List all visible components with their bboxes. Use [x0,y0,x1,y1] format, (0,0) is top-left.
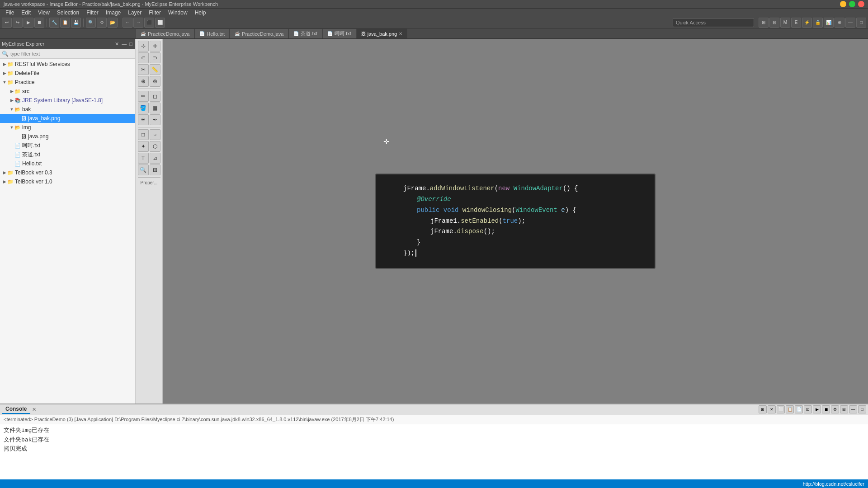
tree-item-telbook-03[interactable]: ▶ 📁 TelBook ver 0.3 [0,168,135,177]
menu-filter2[interactable]: Filter [145,9,165,17]
tool-move[interactable]: ✛ [150,41,160,52]
toolbar-view-btn-1[interactable]: ⊞ [759,18,769,28]
console-btn-5[interactable]: 📄 [795,405,803,413]
tool-zoom[interactable]: 🔍 [138,164,149,175]
tree-item-src[interactable]: ▶ 📁 src [0,87,135,96]
tool-lasso[interactable]: ⊂ [138,52,149,63]
tab-hello-txt[interactable]: 📄 Hello.txt [194,28,230,38]
tool-ellipse-shape[interactable]: ○ [150,129,160,140]
tool-path[interactable]: ⊿ [150,153,160,164]
console-btn-4[interactable]: 📋 [786,405,794,413]
tool-brush[interactable]: ✏ [138,91,149,102]
console-btn-8[interactable]: ⏹ [822,405,830,413]
tree-label: Hello.txt [22,160,42,167]
toolbar-view-btn-6[interactable]: 🔒 [813,18,823,28]
console-max[interactable]: □ [858,405,866,413]
console-btn-10[interactable]: ⊟ [840,405,848,413]
toolbar-view-btn-5[interactable]: ⚡ [802,18,812,28]
toolbar-view-btn-4[interactable]: E [791,18,801,28]
menu-view[interactable]: View [34,9,53,17]
console-tab[interactable]: Console [2,405,30,414]
menu-image[interactable]: Image [102,9,124,17]
menu-window[interactable]: Window [165,9,191,17]
tree-item-jre[interactable]: ▶ 📚 JRE System Library [JavaSE-1.8] [0,96,135,105]
tree-item-java-bak-png[interactable]: 🖼 java_bak.png [0,114,135,123]
tree-item-hehe-txt[interactable]: 📄 呵呵.txt [0,141,135,150]
console-close-icon[interactable]: ✕ [32,407,36,413]
tool-crop[interactable]: ✂ [138,64,149,75]
tree-item-img[interactable]: ▼ 📂 img [0,123,135,132]
tree-item-java-png[interactable]: 🖼 java.png [0,132,135,141]
console-btn-2[interactable]: ✕ [768,405,776,413]
toolbar-btn-8[interactable]: 🔍 [86,18,96,28]
tab-practicedemo-java-1[interactable]: ☕ PracticeDemo.java [136,28,194,38]
tab-java-bak-png[interactable]: 🖼 java_bak.png ✕ [356,28,407,38]
toolbar-maximize[interactable]: □ [856,18,866,28]
filter-input[interactable] [10,51,133,56]
toolbar-view-btn-3[interactable]: M [780,18,790,28]
tool-magic-wand[interactable]: ⊃ [150,52,160,63]
maximize-button[interactable] [849,1,855,7]
tool-rect-shape[interactable]: □ [138,129,149,140]
tool-paint[interactable]: 🪣 [138,103,149,113]
console-btn-1[interactable]: ⊞ [759,405,767,413]
tree-item-hello-txt[interactable]: 📄 Hello.txt [0,159,135,168]
tool-ruler[interactable]: 📏 [150,64,160,75]
tree-item-deletefile[interactable]: ▶ 📁 DeleteFile [0,69,135,78]
tool-heal[interactable]: ⊕ [138,76,149,87]
toolbar-btn-7[interactable]: 💾 [71,18,81,28]
sidebar-max-btn[interactable]: □ [128,41,133,47]
tool-select-rect[interactable]: ⊹ [138,41,149,52]
minimize-button[interactable] [840,1,846,7]
tree-item-telbook-10[interactable]: ▶ 📁 TelBook ver 1.0 [0,177,135,186]
tab-hehe-txt[interactable]: 📄 呵呵.txt [322,28,356,38]
toolbar-btn-10[interactable]: 📂 [108,18,118,28]
sidebar-close-btn[interactable]: ✕ [114,41,120,47]
toolbar-btn-4[interactable]: ⏹ [34,18,44,28]
tab-practicedemo-java-2[interactable]: ☕ PracticeDemo.java [230,28,288,38]
toolbar-btn-5[interactable]: 🔧 [49,18,59,28]
console-btn-9[interactable]: ⚙ [831,405,839,413]
menu-selection[interactable]: Selection [53,9,83,17]
sidebar-min-btn[interactable]: — [121,41,127,47]
toolbar-btn-13[interactable]: ⬛ [144,18,154,28]
console-min[interactable]: — [849,405,857,413]
tree-item-practice[interactable]: ▼ 📁 Practice [0,78,135,87]
menu-edit[interactable]: Edit [18,9,34,17]
menu-file[interactable]: File [2,9,18,17]
close-button[interactable] [858,1,864,7]
tool-pen[interactable]: ✒ [150,114,160,125]
toolbar-btn-11[interactable]: ← [123,18,132,28]
tool-gradient[interactable]: ▦ [150,103,160,113]
tab-chadao-txt[interactable]: 📄 茶道.txt [288,28,322,38]
toolbar-btn-6[interactable]: 📋 [60,18,70,28]
tree-item-restful[interactable]: ▶ 📁 RESTful Web Services [0,60,135,69]
tool-custom-shape[interactable]: ⬡ [150,141,160,152]
console-btn-7[interactable]: ▶ [813,405,821,413]
toolbar-minimize[interactable]: — [845,18,855,28]
menu-help[interactable]: Help [191,9,210,17]
toolbar-btn-3[interactable]: ▶ [24,18,33,28]
toolbar-view-btn-2[interactable]: ⊟ [769,18,779,28]
console-btn-6[interactable]: ⊡ [804,405,812,413]
menu-layer[interactable]: Layer [124,9,145,17]
tool-shape-star[interactable]: ✦ [138,141,149,152]
toolbar-btn-12[interactable]: → [133,18,143,28]
tool-hand[interactable]: ⊞ [150,164,160,175]
tool-eraser[interactable]: ◻ [150,91,160,102]
toolbar-view-btn-8[interactable]: ⊕ [835,18,844,28]
tool-text[interactable]: T [138,153,149,164]
toolbar-btn-9[interactable]: ⚙ [97,18,107,28]
console-toolbar: ⊞ ✕ ⬜ 📋 📄 ⊡ ▶ ⏹ ⚙ ⊟ — □ [759,405,866,413]
console-btn-3[interactable]: ⬜ [777,405,785,413]
tab-close-icon[interactable]: ✕ [399,31,402,36]
tree-item-bak[interactable]: ▼ 📂 bak [0,105,135,114]
tool-dodge[interactable]: ☀ [138,114,149,125]
tree-item-chadao-txt[interactable]: 📄 茶道.txt [0,150,135,159]
toolbar-btn-2[interactable]: ↪ [13,18,23,28]
toolbar-btn-1[interactable]: ↩ [2,18,12,28]
menu-filter[interactable]: Filter [83,9,102,17]
toolbar-btn-14[interactable]: ⬜ [155,18,165,28]
toolbar-view-btn-7[interactable]: 📊 [824,18,834,28]
tool-stamp[interactable]: ⊗ [150,76,160,87]
